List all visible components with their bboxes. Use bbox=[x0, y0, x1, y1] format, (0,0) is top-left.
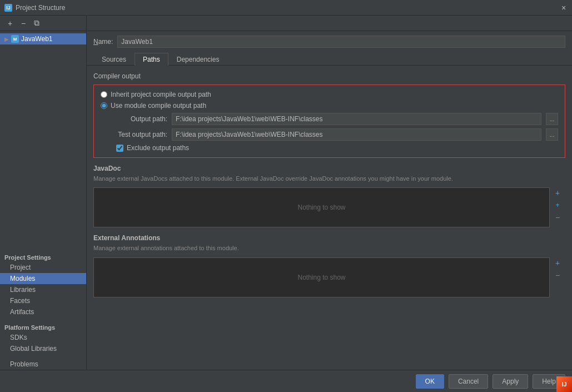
radio-use-module-row: Use module compile output path bbox=[101, 102, 558, 110]
test-output-path-row: Test output path: ... bbox=[101, 128, 558, 141]
javadoc-section-desc: Manage external JavaDocs attached to thi… bbox=[93, 175, 565, 183]
sidebar-item-libraries[interactable]: Libraries bbox=[0, 284, 86, 295]
titlebar: IJ Project Structure × bbox=[0, 0, 572, 16]
sidebar-item-modules[interactable]: Modules bbox=[0, 273, 86, 284]
test-output-path-label: Test output path: bbox=[101, 131, 167, 138]
apply-button[interactable]: Apply bbox=[493, 374, 528, 389]
external-annotations-section: External Annotations Manage external ann… bbox=[93, 234, 565, 297]
tab-dependencies[interactable]: Dependencies bbox=[168, 53, 228, 66]
sidebar-item-artifacts[interactable]: Artifacts bbox=[0, 306, 86, 317]
name-row: Name: bbox=[93, 36, 565, 48]
bottom-bar: OK Cancel Apply Help IJ bbox=[0, 370, 572, 392]
javadoc-nothing-label: Nothing to show bbox=[297, 204, 345, 211]
cancel-button[interactable]: Cancel bbox=[449, 374, 488, 389]
javadoc-list-buttons: + + − bbox=[552, 187, 563, 223]
content-area: Name: Sources Paths Dependencies bbox=[87, 31, 572, 370]
ok-button[interactable]: OK bbox=[416, 374, 444, 389]
javadoc-add2-button[interactable]: + bbox=[552, 200, 563, 211]
tab-sources[interactable]: Sources bbox=[93, 53, 135, 66]
project-settings-header: Project Settings bbox=[0, 252, 86, 262]
output-path-input[interactable] bbox=[172, 113, 541, 125]
javadoc-minus-button[interactable]: − bbox=[552, 212, 563, 223]
content-body: Compiler output Inherit project compile … bbox=[87, 66, 572, 370]
radio-use-module[interactable] bbox=[101, 102, 107, 109]
add-module-button[interactable]: + bbox=[4, 18, 16, 29]
platform-settings-header: Platform Settings bbox=[0, 322, 86, 332]
sidebar-item-sdks[interactable]: SDKs bbox=[0, 332, 86, 343]
module-icon: M bbox=[11, 35, 19, 43]
external-annotations-nothing-label: Nothing to show bbox=[297, 274, 345, 281]
left-toolbar: + − ⧉ bbox=[0, 16, 86, 31]
name-input[interactable] bbox=[117, 36, 565, 48]
name-label: Name: bbox=[93, 38, 113, 46]
external-annotations-list-area: Nothing to show bbox=[93, 257, 550, 297]
output-path-label: Output path: bbox=[101, 115, 167, 123]
output-path-browse-button[interactable]: ... bbox=[546, 113, 558, 125]
right-toolbar bbox=[87, 16, 572, 31]
main-layout: + − ⧉ ▶ M JavaWeb1 Project Settings Proj… bbox=[0, 16, 572, 370]
radio-inherit-row: Inherit project compile output path bbox=[101, 91, 558, 98]
module-tree: ▶ M JavaWeb1 bbox=[0, 31, 86, 47]
javadoc-add-button[interactable]: + bbox=[552, 187, 563, 199]
radio-use-module-label: Use module compile output path bbox=[111, 102, 206, 110]
test-output-path-input[interactable] bbox=[172, 128, 541, 141]
sidebar-item-global-libraries[interactable]: Global Libraries bbox=[0, 343, 86, 354]
tree-arrow-icon: ▶ bbox=[4, 36, 9, 42]
sidebar-item-problems[interactable]: Problems bbox=[0, 359, 86, 370]
titlebar-left: IJ Project Structure bbox=[4, 4, 65, 12]
left-panel: + − ⧉ ▶ M JavaWeb1 Project Settings Proj… bbox=[0, 16, 87, 370]
ext-annotations-add-button[interactable]: + bbox=[552, 257, 563, 269]
ext-annotations-minus-button[interactable]: − bbox=[552, 270, 563, 281]
javadoc-section-header: JavaDoc bbox=[93, 165, 565, 172]
test-output-path-browse-button[interactable]: ... bbox=[546, 128, 558, 141]
app-icon: IJ bbox=[4, 4, 12, 12]
brand-logo: IJ bbox=[556, 376, 572, 392]
exclude-checkbox-row: Exclude output paths bbox=[101, 144, 558, 152]
exclude-checkbox-label: Exclude output paths bbox=[127, 144, 189, 152]
javadoc-section: JavaDoc Manage external JavaDocs attache… bbox=[93, 165, 565, 227]
module-tree-item-label: JavaWeb1 bbox=[21, 35, 52, 43]
sidebar-item-project[interactable]: Project bbox=[0, 262, 86, 273]
exclude-checkbox[interactable] bbox=[116, 145, 123, 152]
copy-module-button[interactable]: ⧉ bbox=[31, 18, 42, 29]
external-annotations-list-wrapper: Nothing to show + − bbox=[93, 257, 550, 297]
compiler-output-section-title: Compiler output bbox=[93, 72, 565, 80]
radio-inherit[interactable] bbox=[101, 91, 107, 98]
external-annotations-list-buttons: + − bbox=[552, 257, 563, 281]
radio-inherit-label: Inherit project compile output path bbox=[111, 91, 211, 98]
javadoc-list-area: Nothing to show bbox=[93, 187, 550, 227]
output-path-row: Output path: ... bbox=[101, 113, 558, 125]
close-button[interactable]: × bbox=[560, 4, 568, 12]
external-annotations-desc: Manage external annotations attached to … bbox=[93, 244, 565, 252]
right-panel: Name: Sources Paths Dependencies bbox=[87, 16, 572, 370]
tabs: Sources Paths Dependencies bbox=[93, 52, 565, 65]
external-annotations-header: External Annotations bbox=[93, 234, 565, 242]
javadoc-list-wrapper: Nothing to show + + − bbox=[93, 187, 550, 227]
titlebar-title: Project Structure bbox=[16, 4, 65, 12]
remove-module-button[interactable]: − bbox=[18, 18, 29, 29]
sidebar-item-facets[interactable]: Facets bbox=[0, 295, 86, 306]
module-tree-item[interactable]: ▶ M JavaWeb1 bbox=[0, 33, 86, 44]
tab-paths[interactable]: Paths bbox=[135, 53, 168, 66]
compiler-output-box: Inherit project compile output path Use … bbox=[93, 85, 565, 158]
content-header: Name: Sources Paths Dependencies bbox=[87, 31, 572, 66]
